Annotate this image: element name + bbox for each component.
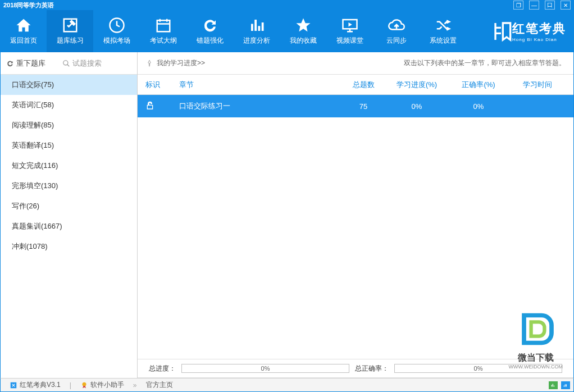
- statusbar: 红笔考典V3.1 | 软件小助手 » 官方主页: [0, 378, 574, 392]
- nav-video-label: 视频课堂: [336, 36, 363, 45]
- sidebar: 重下题库 试题搜索 口语交际(75) 英语词汇(58) 阅读理解(85) 英语翻…: [1, 52, 138, 378]
- status-badge-green[interactable]: [549, 381, 558, 389]
- status-home[interactable]: 官方主页: [140, 380, 179, 390]
- total-progress-bar: 0%: [181, 364, 349, 373]
- row-mark: [145, 101, 179, 112]
- nav-settings-label: 系统设置: [430, 36, 457, 45]
- svg-point-3: [63, 60, 68, 65]
- sidebar-item-0[interactable]: 口语交际(75): [1, 75, 137, 95]
- brand-sub: Hong Bi Kao Dian: [512, 37, 566, 42]
- pin-icon: [145, 60, 153, 67]
- search-label: 试题搜索: [72, 58, 102, 69]
- main-toolbar: 返回首页 题库练习 模拟考场 考试大纲 错题强化 进度分析 我的收藏 视频课堂 …: [0, 10, 574, 52]
- edit-icon: [62, 17, 79, 34]
- minimize-button[interactable]: —: [529, 1, 539, 10]
- row-progress: 0%: [386, 102, 448, 111]
- row-chapter: 口语交际练习一: [179, 101, 341, 111]
- nav-home-label: 返回首页: [10, 36, 37, 45]
- status-sep-2: »: [130, 381, 140, 389]
- search-questions-button[interactable]: 试题搜索: [62, 58, 102, 69]
- table-row[interactable]: 口语交际练习一 75 0% 0%: [138, 95, 573, 117]
- header-progress: 学习进度(%): [386, 80, 448, 90]
- total-correct-label: 总正确率：: [355, 364, 389, 373]
- status-helper[interactable]: 软件小助手: [75, 380, 130, 390]
- nav-practice-label: 题库练习: [57, 36, 84, 45]
- content: 重下题库 试题搜索 口语交际(75) 英语词汇(58) 阅读理解(85) 英语翻…: [0, 52, 574, 378]
- nav-progress-label: 进度分析: [243, 36, 270, 45]
- watermark-text: 微当下载: [509, 352, 563, 364]
- nav-sync-label: 云同步: [386, 36, 407, 45]
- nav-errors[interactable]: 错题强化: [186, 10, 233, 52]
- progress-header: 我的学习进度>> 双击以下列表中的某一章节，即可进入相应章节答题。: [138, 52, 573, 75]
- watermark-url: WWW.WEIDOWN.COM: [509, 364, 563, 370]
- monitor-icon: [341, 17, 358, 34]
- sidebar-item-8[interactable]: 冲刺(1078): [1, 236, 137, 257]
- watermark-logo: [516, 309, 555, 349]
- row-correct: 0%: [448, 102, 509, 111]
- nav-errors-label: 错题强化: [197, 36, 224, 45]
- table-header: 标识 章节 总题数 学习进度(%) 正确率(%) 学习时间: [138, 75, 573, 95]
- row-total: 75: [341, 102, 386, 111]
- brand: 红笔考典 Hong Bi Kao Dian: [490, 10, 574, 52]
- sidebar-item-6[interactable]: 写作(26): [1, 196, 137, 216]
- nav-settings[interactable]: 系统设置: [420, 10, 466, 52]
- nav-favorites-label: 我的收藏: [290, 36, 317, 45]
- reload-library-button[interactable]: 重下题库: [6, 58, 45, 69]
- nav-mock-label: 模拟考场: [103, 36, 130, 45]
- star-icon: [295, 17, 312, 34]
- status-right: [549, 381, 570, 389]
- medal-icon: [80, 381, 88, 389]
- nav-mock-exam[interactable]: 模拟考场: [93, 10, 140, 52]
- svg-rect-1: [157, 20, 170, 31]
- nav-sync[interactable]: 云同步: [373, 10, 420, 52]
- search-icon: [62, 60, 70, 67]
- home-icon: [15, 17, 32, 34]
- app-icon: [10, 381, 17, 389]
- status-badge-blue[interactable]: [561, 381, 570, 389]
- nav-home[interactable]: 返回首页: [0, 10, 47, 52]
- header-mark: 标识: [145, 80, 179, 90]
- header-chapter: 章节: [179, 80, 341, 90]
- shuffle-icon: [435, 17, 452, 34]
- chart-icon: [248, 17, 265, 34]
- nav-practice[interactable]: 题库练习: [47, 10, 93, 52]
- svg-point-5: [82, 382, 86, 386]
- watermark: 微当下载 WWW.WEIDOWN.COM: [509, 309, 563, 370]
- sidebar-header: 重下题库 试题搜索: [1, 52, 137, 75]
- sidebar-item-4[interactable]: 短文完成(116): [1, 156, 137, 176]
- maximize-button[interactable]: 口: [545, 1, 555, 10]
- status-sep-1: |: [66, 381, 75, 389]
- restore-button[interactable]: ❐: [513, 1, 523, 10]
- nav-progress[interactable]: 进度分析: [233, 10, 280, 52]
- nav-video[interactable]: 视频课堂: [326, 10, 373, 52]
- header-total: 总题数: [341, 80, 386, 90]
- progress-hint: 双击以下列表中的某一章节，即可进入相应章节答题。: [404, 58, 566, 68]
- progress-title[interactable]: 我的学习进度>>: [145, 58, 205, 68]
- nav-syllabus-label: 考试大纲: [150, 36, 177, 45]
- header-time: 学习时间: [509, 80, 566, 90]
- reload-label: 重下题库: [16, 58, 45, 69]
- total-progress-label: 总进度：: [149, 364, 176, 373]
- brand-main: 红笔考典: [512, 21, 566, 35]
- titlebar-text: 2018同等学力英语: [3, 1, 54, 10]
- close-button[interactable]: ✕: [561, 1, 571, 10]
- clock-icon: [108, 17, 125, 34]
- sidebar-item-3[interactable]: 英语翻译(15): [1, 135, 137, 156]
- window-controls: ❐ — 口 ✕: [513, 1, 571, 10]
- nav-syllabus[interactable]: 考试大纲: [140, 10, 186, 52]
- refresh-icon: [202, 17, 218, 34]
- header-correct: 正确率(%): [448, 80, 509, 90]
- unlock-icon: [145, 101, 154, 110]
- brand-icon: [490, 20, 512, 43]
- calendar-icon: [155, 17, 172, 34]
- sidebar-item-1[interactable]: 英语词汇(58): [1, 95, 137, 115]
- status-app[interactable]: 红笔考典V3.1: [4, 380, 66, 390]
- nav-favorites[interactable]: 我的收藏: [280, 10, 326, 52]
- sidebar-item-2[interactable]: 阅读理解(85): [1, 115, 137, 135]
- titlebar: 2018同等学力英语 ❐ — 口 ✕: [0, 0, 574, 10]
- cloud-icon: [388, 17, 405, 34]
- sidebar-item-5[interactable]: 完形填空(130): [1, 176, 137, 196]
- reload-icon: [6, 60, 14, 67]
- sidebar-item-7[interactable]: 真题集训(1667): [1, 216, 137, 236]
